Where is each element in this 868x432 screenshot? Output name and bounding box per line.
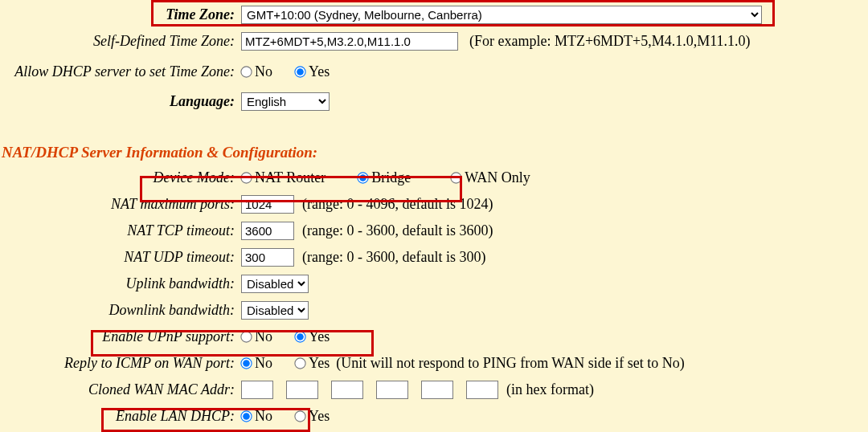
self-tz-input[interactable]: [241, 32, 458, 51]
device-mode-label: Device Mode:: [0, 169, 241, 186]
upnp-yes-text: Yes: [309, 328, 330, 345]
timezone-select[interactable]: GMT+10:00 (Sydney, Melbourne, Canberra): [241, 6, 762, 24]
nat-section-title: NAT/DHCP Server Information & Configurat…: [0, 131, 868, 165]
dhcp-tz-label: Allow DHCP server to set Time Zone:: [0, 63, 241, 80]
icmp-yes-radio[interactable]: [294, 357, 305, 369]
nat-udp-hint: (range: 0 - 3600, default is 300): [302, 249, 485, 266]
icmp-yes-text: Yes: [309, 355, 330, 372]
device-mode-nat-radio[interactable]: [240, 172, 252, 183]
lan-dhcp-no-radio[interactable]: [240, 410, 252, 422]
lan-dhcp-yes-radio[interactable]: [294, 410, 305, 422]
timezone-label: Time Zone:: [0, 6, 241, 23]
lan-dhcp-no-text: No: [255, 408, 272, 425]
upnp-no-text: No: [255, 328, 272, 345]
mac-hint: (in hex format): [506, 381, 594, 398]
language-select[interactable]: English: [241, 92, 330, 111]
nat-udp-label: NAT UDP timeout:: [0, 249, 241, 266]
device-mode-bridge-radio[interactable]: [358, 172, 369, 183]
mac-input-4[interactable]: [376, 381, 408, 399]
downlink-select[interactable]: Disabled: [241, 301, 309, 320]
upnp-yes-radio[interactable]: [294, 331, 305, 342]
mac-input-2[interactable]: [286, 381, 318, 399]
device-mode-nat-text: NAT Router: [255, 169, 326, 186]
language-label: Language:: [0, 93, 241, 110]
nat-max-hint: (range: 0 - 4096, default is 1024): [302, 196, 493, 213]
self-tz-label: Self-Defined Time Zone:: [0, 33, 241, 50]
dhcp-tz-no-text: No: [255, 63, 272, 80]
icmp-no-text: No: [255, 355, 272, 372]
device-mode-bridge-text: Bridge: [371, 169, 411, 186]
dhcp-tz-no-radio[interactable]: [240, 66, 252, 77]
uplink-select[interactable]: Disabled: [241, 275, 309, 293]
nat-tcp-input[interactable]: [241, 222, 294, 240]
upnp-no-radio[interactable]: [240, 331, 252, 342]
device-mode-wan-radio[interactable]: [451, 172, 462, 183]
dhcp-tz-yes-radio[interactable]: [294, 66, 305, 77]
mac-input-5[interactable]: [421, 381, 453, 399]
mac-input-1[interactable]: [241, 381, 273, 399]
nat-udp-input[interactable]: [241, 248, 294, 267]
nat-max-input[interactable]: [241, 195, 294, 214]
nat-tcp-label: NAT TCP timeout:: [0, 222, 241, 239]
nat-tcp-hint: (range: 0 - 3600, default is 3600): [302, 222, 493, 239]
downlink-label: Downlink bandwidth:: [0, 302, 241, 319]
mac-input-3[interactable]: [331, 381, 363, 399]
icmp-no-radio[interactable]: [240, 357, 252, 369]
upnp-label: Enable UPnP support:: [0, 328, 241, 345]
icmp-label: Reply to ICMP on WAN port:: [0, 355, 241, 372]
lan-dhcp-yes-text: Yes: [309, 408, 330, 425]
device-mode-wan-text: WAN Only: [465, 169, 530, 186]
dhcp-tz-yes-text: Yes: [309, 63, 330, 80]
nat-max-label: NAT maximum ports:: [0, 196, 241, 213]
lan-dhcp-label: Enable LAN DHCP:: [0, 408, 241, 425]
mac-label: Cloned WAN MAC Addr:: [0, 381, 241, 398]
self-tz-hint: (For example: MTZ+6MDT+5,M4.1.0,M11.1.0): [469, 33, 751, 50]
uplink-label: Uplink bandwidth:: [0, 275, 241, 292]
icmp-hint: (Unit will not respond to PING from WAN …: [336, 355, 685, 372]
mac-input-6[interactable]: [466, 381, 498, 399]
